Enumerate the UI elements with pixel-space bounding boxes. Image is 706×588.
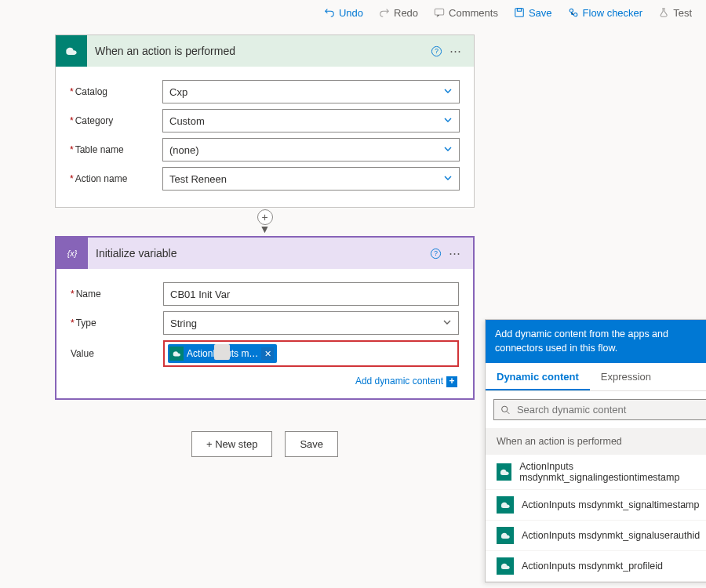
token-drag-indicator (214, 344, 230, 360)
help-icon[interactable]: ? (427, 45, 446, 57)
svg-rect-0 (435, 9, 443, 15)
action-body: *Name CB01 Init Var *Type String Value A… (56, 269, 473, 398)
trigger-body: *Catalog Cxp *Category Custom *Table nam… (56, 67, 474, 207)
svg-point-4 (573, 13, 577, 16)
test-label: Test (673, 7, 692, 19)
svg-text:?: ? (434, 249, 438, 257)
trigger-title: When an action is performed (87, 45, 427, 57)
flyout-item-label: ActionInputs msdynmkt_signalingestiontim… (519, 461, 706, 483)
trigger-header[interactable]: When an action is performed ? ⋯ (56, 35, 474, 67)
flyout-section-header: When an action is performed (486, 428, 706, 455)
svg-text:{x}: {x} (67, 249, 78, 258)
new-step-button[interactable]: + New step (191, 431, 272, 457)
flowchecker-icon (568, 7, 579, 18)
test-icon (658, 7, 669, 18)
action-title: Initialize variable (88, 247, 426, 260)
more-icon[interactable]: ⋯ (446, 44, 464, 58)
category-value: Custom (169, 115, 205, 127)
plus-icon: + (446, 376, 457, 387)
dataverse-icon (497, 496, 514, 514)
vartype-row: *Type String (71, 311, 459, 335)
catalog-value: Cxp (169, 86, 187, 98)
token-remove-icon[interactable]: ✕ (261, 347, 274, 360)
flyout-item[interactable]: ActionInputs msdynmkt_profileid (486, 551, 706, 582)
dynamic-content-flyout: Add dynamic content from the apps and co… (485, 319, 706, 583)
help-icon[interactable]: ? (426, 248, 445, 260)
footer-buttons: + New step Save (55, 431, 475, 457)
varvalue-label: Value (71, 348, 163, 359)
undo-button[interactable]: Undo (318, 4, 369, 22)
varname-value: CB01 Init Var (170, 289, 230, 300)
search-input[interactable] (517, 404, 704, 416)
trigger-card: When an action is performed ? ⋯ *Catalog… (55, 34, 475, 208)
varvalue-input[interactable]: ActionInputs m… ✕ (163, 340, 459, 367)
tablename-select[interactable]: (none) (162, 138, 460, 162)
flyout-item[interactable]: ActionInputs msdynmkt_signaltimestamp (486, 490, 706, 521)
save-flow-button[interactable]: Save (285, 431, 338, 457)
flowchecker-label: Flow checker (583, 7, 643, 19)
redo-label: Redo (394, 7, 418, 19)
svg-rect-1 (515, 9, 524, 17)
category-select[interactable]: Custom (162, 109, 460, 132)
more-icon[interactable]: ⋯ (445, 246, 464, 260)
redo-button[interactable]: Redo (373, 4, 424, 22)
dataverse-icon (497, 463, 511, 481)
comments-icon (434, 7, 445, 18)
test-button[interactable]: Test (652, 4, 698, 22)
tablename-label: *Table name (70, 144, 162, 155)
save-button[interactable]: Save (508, 4, 559, 22)
save-icon (514, 7, 525, 18)
chevron-down-icon (442, 318, 452, 329)
flow-canvas: When an action is performed ? ⋯ *Catalog… (0, 25, 475, 457)
catalog-row: *Catalog Cxp (70, 80, 460, 103)
dataverse-icon (497, 557, 514, 575)
flyout-item-label: ActionInputs msdynmkt_profileid (522, 561, 663, 572)
variable-icon: {x} (56, 238, 88, 269)
actionname-row: *Action name Test Reneen (70, 167, 460, 191)
tab-dynamic-content[interactable]: Dynamic content (486, 363, 590, 390)
arrow-down-icon: ▼ (260, 225, 271, 233)
connector: + ▼ (55, 208, 475, 236)
actionname-value: Test Reneen (169, 173, 227, 185)
redo-icon (379, 7, 390, 18)
tablename-value: (none) (169, 144, 199, 156)
catalog-select[interactable]: Cxp (162, 80, 460, 103)
vartype-label: *Type (71, 318, 163, 328)
flyout-item-label: ActionInputs msdynmkt_signaltimestamp (522, 499, 699, 510)
vartype-value: String (170, 318, 197, 329)
svg-rect-2 (517, 9, 521, 12)
varname-input[interactable]: CB01 Init Var (163, 282, 459, 306)
chevron-down-icon (443, 173, 453, 185)
action-card: {x} Initialize variable ? ⋯ *Name CB01 I… (55, 236, 475, 400)
tablename-row: *Table name (none) (70, 138, 460, 162)
flyout-item[interactable]: ActionInputs msdynmkt_signalingestiontim… (486, 455, 706, 490)
vartype-select[interactable]: String (163, 311, 459, 335)
flyout-item-label: ActionInputs msdynmkt_signaluserauthid (522, 530, 700, 541)
save-label: Save (529, 7, 552, 19)
token-source-icon (169, 347, 184, 361)
chevron-down-icon (443, 86, 453, 98)
action-header[interactable]: {x} Initialize variable ? ⋯ (56, 238, 473, 269)
chevron-down-icon (443, 144, 453, 156)
svg-point-3 (570, 9, 573, 12)
chevron-down-icon (443, 115, 453, 127)
dataverse-icon (497, 527, 514, 544)
flyout-tabs: Dynamic content Expression (486, 363, 706, 391)
flyout-search[interactable] (493, 399, 706, 420)
tab-expression[interactable]: Expression (590, 363, 662, 390)
actionname-select[interactable]: Test Reneen (162, 167, 460, 191)
varname-row: *Name CB01 Init Var (71, 282, 459, 306)
category-row: *Category Custom (70, 109, 460, 132)
add-dynamic-content-link[interactable]: Add dynamic content+ (71, 372, 459, 387)
flowchecker-button[interactable]: Flow checker (562, 4, 650, 22)
comments-label: Comments (449, 7, 498, 19)
dataverse-icon (56, 35, 87, 67)
comments-button[interactable]: Comments (428, 4, 504, 22)
actionname-label: *Action name (70, 173, 162, 184)
category-label: *Category (70, 115, 162, 126)
flyout-header: Add dynamic content from the apps and co… (486, 320, 706, 363)
flyout-item[interactable]: ActionInputs msdynmkt_signaluserauthid (486, 521, 706, 551)
catalog-label: *Catalog (70, 86, 162, 97)
varvalue-row: Value ActionInputs m… ✕ (71, 340, 459, 367)
svg-point-10 (502, 406, 508, 412)
